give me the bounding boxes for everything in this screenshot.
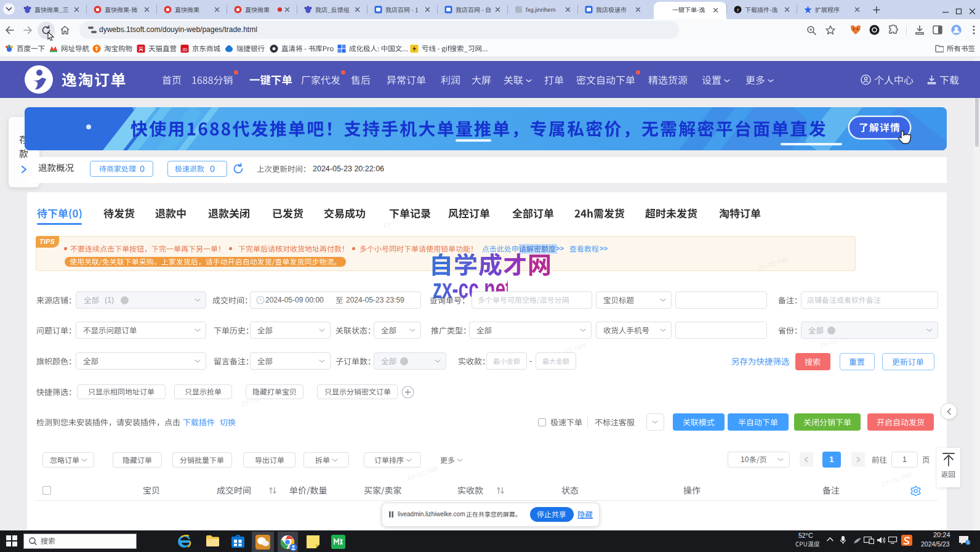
svg-text:JD: JD xyxy=(182,47,188,52)
svg-text:1: 1 xyxy=(967,540,970,545)
